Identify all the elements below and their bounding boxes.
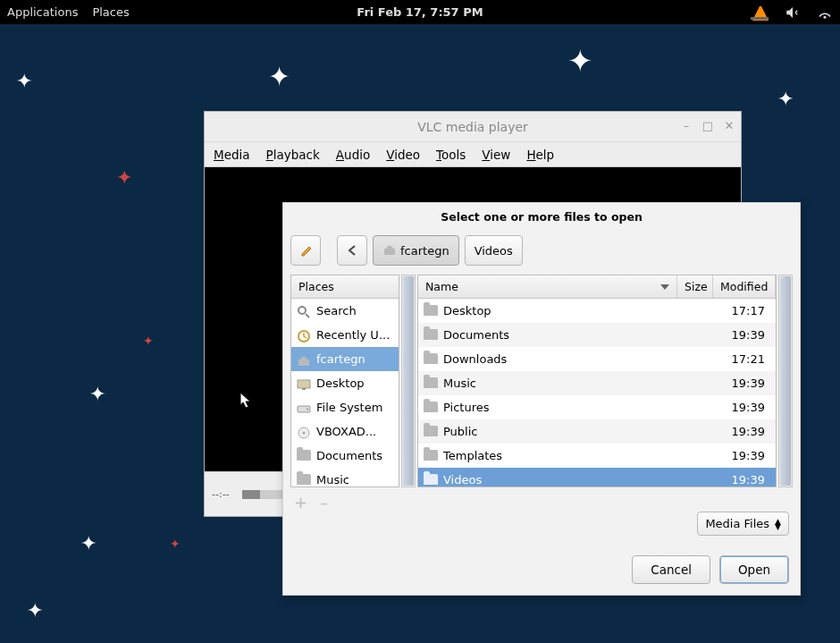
menu-playback[interactable]: Playback [266,148,320,162]
file-row[interactable]: Documents19:39 [418,323,776,347]
maximize-button[interactable]: □ [701,119,714,132]
star-icon: ✦ [268,61,290,92]
pencil-icon [300,243,311,258]
places-item[interactable]: Desktop [291,371,399,395]
places-menu[interactable]: Places [92,5,129,19]
file-row[interactable]: Downloads17:21 [418,347,776,371]
files-header: Name Size Modified [418,275,776,299]
file-row[interactable]: Public19:39 [418,419,776,444]
places-item-label: fcartegn [316,352,365,366]
file-modified: 19:39 [713,328,770,342]
places-item[interactable]: Music [291,468,399,486]
network-icon[interactable] [817,4,833,21]
menu-media[interactable]: Media [214,148,250,162]
volume-icon[interactable] [785,4,801,21]
svg-point-9 [303,431,306,434]
places-item-label: File System [316,401,382,414]
column-size[interactable]: Size [677,275,713,298]
open-button[interactable]: Open [719,555,789,584]
star-icon: ✦ [89,383,105,405]
menu-view[interactable]: View [482,148,510,162]
path-back-button[interactable] [337,235,367,266]
sort-indicator-icon [660,284,669,290]
places-item-label: VBOXAD... [316,425,376,438]
file-name: Documents [443,328,672,342]
add-bookmark-button[interactable]: + [294,493,307,512]
folder-icon [424,329,438,342]
places-item[interactable]: File System [291,395,399,419]
files-panel: Name Size Modified Desktop17:17Documents… [417,275,777,487]
spinner-icon: ▲▼ [775,519,781,529]
star-icon: ✦ [143,334,154,348]
file-row[interactable]: Videos19:39 [418,468,776,486]
column-name-label: Name [425,280,458,293]
path-bar: fcartegn Videos [283,230,800,275]
chevron-left-icon [348,245,357,256]
vlc-tray-icon[interactable] [752,4,769,21]
drive-icon [297,402,311,414]
star-icon: ✦ [170,537,181,551]
file-modified: 19:39 [713,425,770,438]
file-name: Desktop [443,304,672,317]
file-chooser-dialog: Select one or more files to open fcarteg… [282,202,801,596]
file-row[interactable]: Music19:39 [418,371,776,395]
places-item[interactable]: Recently U... [291,323,399,347]
file-modified: 19:39 [713,449,770,462]
file-modified: 17:21 [713,352,770,366]
svg-rect-4 [298,380,310,388]
file-modified: 17:17 [713,304,770,317]
files-scrollbar[interactable] [778,275,793,487]
file-row[interactable]: Templates19:39 [418,444,776,468]
menu-tools[interactable]: Tools [436,148,466,162]
column-modified[interactable]: Modified [713,275,776,298]
file-modified: 19:39 [713,376,770,390]
close-button[interactable]: ✕ [723,119,735,132]
folder-icon [424,353,438,366]
star-icon: ✦ [27,599,43,622]
file-name: Public [443,425,672,438]
places-item-label: Desktop [316,376,365,390]
file-row[interactable]: Desktop17:17 [418,299,776,323]
path-segment-videos[interactable]: Videos [465,235,523,266]
cancel-button[interactable]: Cancel [632,555,710,584]
vlc-menubar: Media Playback Audio Video Tools View He… [205,142,741,167]
vlc-time: --:-- [212,488,230,500]
minimize-button[interactable]: – [680,119,693,132]
places-item[interactable]: fcartegn [291,347,399,371]
search-icon [297,305,311,317]
remove-bookmark-button[interactable]: – [320,493,328,512]
vlc-title: VLC media player [417,120,528,134]
places-item[interactable]: Search [291,299,399,323]
places-item[interactable]: VBOXAD... [291,419,399,444]
vlc-titlebar[interactable]: VLC media player – □ ✕ [205,112,741,142]
file-modified: 19:39 [713,473,770,486]
recent-icon [297,329,311,342]
home-icon [297,353,311,366]
places-item[interactable]: Documents [291,444,399,468]
file-name: Downloads [443,352,672,366]
edit-path-button[interactable] [290,235,321,266]
folder-icon [424,474,438,486]
file-filter-dropdown[interactable]: Media Files ▲▼ [697,512,789,536]
svg-point-0 [824,15,827,18]
menu-video[interactable]: Video [386,148,420,162]
path-segment-label: fcartegn [400,244,449,258]
folder-icon [297,450,311,462]
menu-audio[interactable]: Audio [336,148,370,162]
vlc-seek-slider[interactable] [242,490,287,499]
disc-icon [297,426,311,438]
folder-icon [424,305,438,317]
star-icon: ✦ [567,43,593,79]
applications-menu[interactable]: Applications [7,5,78,19]
file-name: Music [443,376,672,390]
folder-icon [424,450,438,462]
file-row[interactable]: Pictures19:39 [418,395,776,419]
menu-help[interactable]: Help [526,148,554,162]
file-chooser-title: Select one or more files to open [283,203,800,230]
places-scrollbar[interactable] [401,275,416,487]
column-name[interactable]: Name [418,275,677,298]
folder-icon [297,474,311,486]
bookmark-controls: + – [283,487,800,512]
path-segment-home[interactable]: fcartegn [373,235,459,266]
svg-point-7 [307,408,308,410]
